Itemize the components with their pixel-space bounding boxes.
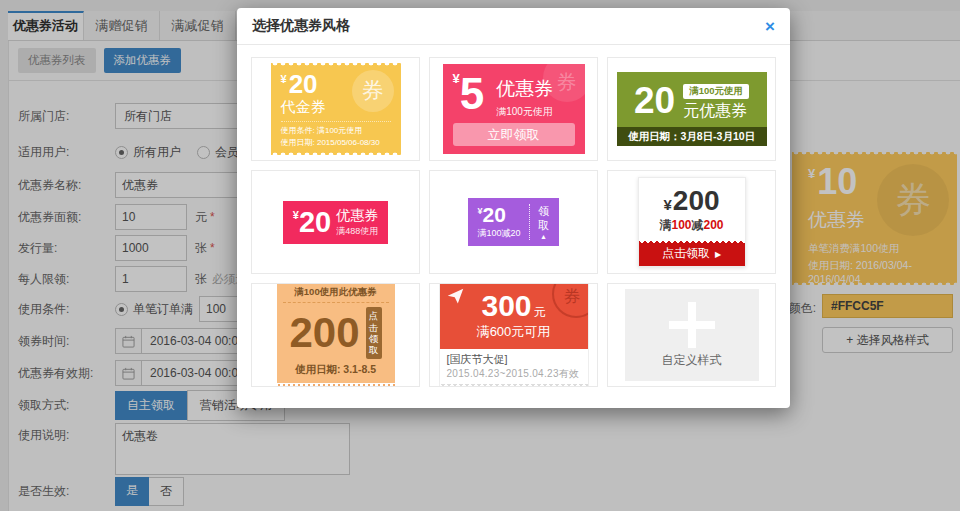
currency: ¥ bbox=[453, 71, 460, 86]
style-card-green-banner[interactable]: 20 满100元使用 元优惠券 使用日期：3月8日-3月10日 bbox=[607, 57, 776, 161]
coupon-thumb: 券 ¥5 优惠券 满100元使用 立即领取 bbox=[443, 64, 585, 154]
plus-icon bbox=[669, 302, 715, 348]
promo-name: [国庆节大促] bbox=[447, 352, 581, 367]
amount: 300 bbox=[481, 289, 531, 322]
coupon-thumb: ¥20 满100减20 领取 ▲ bbox=[468, 198, 558, 247]
amount: 20 bbox=[634, 84, 675, 117]
currency: ¥ bbox=[281, 73, 287, 85]
style-card-white-red[interactable]: ¥200 满100减200 点击领取▶ bbox=[607, 170, 776, 274]
amount-unit: 元 bbox=[534, 305, 546, 319]
condition-value: 200 bbox=[704, 218, 724, 232]
triangle-right-icon: ▶ bbox=[715, 250, 721, 259]
coupon-edge bbox=[271, 150, 401, 155]
modal-title: 选择优惠券风格 bbox=[252, 17, 350, 35]
click-claim-button[interactable]: 点击领取▶ bbox=[639, 241, 745, 266]
style-card-peach[interactable]: 满100使用此优惠券 200 点击领取 使用日期: 3.1-8.5 bbox=[251, 283, 420, 387]
amount: 200 bbox=[673, 185, 720, 216]
triangle-up-icon: ▲ bbox=[538, 233, 550, 240]
coupon-edge bbox=[440, 384, 588, 387]
coupon-edge bbox=[639, 241, 745, 245]
use-date: 使用日期: 3.1-8.5 bbox=[283, 361, 389, 383]
click-claim-button[interactable]: 点击领取 bbox=[366, 307, 382, 359]
coupon-stamp-icon: 券 bbox=[543, 57, 591, 102]
coupon-title: 元优惠券 bbox=[683, 101, 749, 122]
amount: 200 bbox=[289, 314, 359, 352]
use-date: 使用日期: 2015/05/06-08/30 bbox=[281, 137, 391, 149]
style-card-tomato[interactable]: 券 300元 满600元可用 [国庆节大促] 2015.04.23~2015.0… bbox=[429, 283, 598, 387]
custom-style-box: 自定义样式 bbox=[625, 289, 759, 381]
close-icon[interactable]: × bbox=[765, 18, 775, 35]
currency: ¥ bbox=[663, 196, 671, 213]
use-date: 使用日期：3月8日-3月10日 bbox=[617, 127, 767, 146]
condition-value: 100 bbox=[671, 218, 691, 232]
style-grid: 券 ¥20 代金券 使用条件: 满100元使用 使用日期: 2015/05/06… bbox=[237, 45, 790, 399]
dotted-divider bbox=[529, 204, 530, 241]
style-card-red-ribbon[interactable]: ¥20 优惠券 满488使用 bbox=[251, 170, 420, 274]
use-condition: 满100元使用 bbox=[496, 105, 553, 119]
coupon-thumb: 满100使用此优惠券 200 点击领取 使用日期: 3.1-8.5 bbox=[277, 283, 395, 387]
coupon-edge bbox=[277, 384, 395, 387]
use-condition: 使用条件: 满100元使用 bbox=[281, 125, 391, 137]
coupon-thumb: 券 300元 满600元可用 [国庆节大促] 2015.04.23~2015.0… bbox=[439, 283, 589, 387]
paper-plane-icon bbox=[447, 288, 464, 309]
amount: 20 bbox=[299, 206, 331, 238]
condition-text: 满 bbox=[659, 218, 671, 232]
coupon-style-modal: 选择优惠券风格 × 券 ¥20 代金券 使用条件: 满100元使用 使用日期: … bbox=[237, 8, 790, 408]
style-card-purple-tag[interactable]: ¥20 满100减20 领取 ▲ bbox=[429, 170, 598, 274]
claim-now-button[interactable]: 立即领取 bbox=[453, 123, 575, 146]
coupon-thumb: ¥200 满100减200 点击领取▶ bbox=[638, 177, 746, 267]
coupon-title: 优惠券 bbox=[336, 207, 378, 225]
style-card-pink-claim[interactable]: 券 ¥5 优惠券 满100元使用 立即领取 bbox=[429, 57, 598, 161]
coupon-thumb: 券 ¥20 代金券 使用条件: 满100元使用 使用日期: 2015/05/06… bbox=[271, 63, 401, 155]
use-condition: 满488使用 bbox=[336, 225, 378, 238]
coupon-edge bbox=[271, 63, 401, 68]
amount: 5 bbox=[460, 69, 484, 118]
valid-range: 2015.04.23~2015.04.23有效 bbox=[447, 367, 581, 381]
amount: 20 bbox=[483, 203, 506, 226]
style-card-custom[interactable]: 自定义样式 bbox=[607, 283, 776, 387]
claim-label: 领取 bbox=[538, 204, 550, 233]
modal-header: 选择优惠券风格 × bbox=[237, 8, 790, 45]
coupon-stamp-icon: 券 bbox=[352, 70, 394, 112]
coupon-thumb: ¥20 优惠券 满488使用 bbox=[283, 201, 388, 244]
amount: 20 bbox=[289, 69, 318, 99]
condition-text: 减 bbox=[692, 218, 704, 232]
custom-style-label: 自定义样式 bbox=[662, 352, 722, 369]
use-condition: 满100减20 bbox=[477, 227, 520, 240]
use-condition: 满100使用此优惠券 bbox=[283, 283, 389, 303]
coupon-thumb: 20 满100元使用 元优惠券 使用日期：3月8日-3月10日 bbox=[617, 72, 767, 146]
condition-badge: 满100元使用 bbox=[683, 84, 749, 99]
use-condition: 满600元可用 bbox=[440, 323, 588, 341]
style-card-yellow-voucher[interactable]: 券 ¥20 代金券 使用条件: 满100元使用 使用日期: 2015/05/06… bbox=[251, 57, 420, 161]
